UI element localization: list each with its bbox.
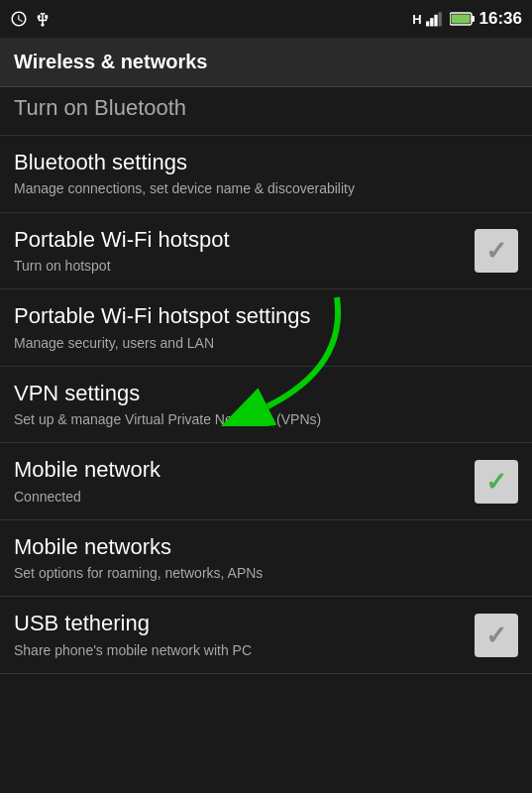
setting-subtitle-usb-tethering: Share phone's mobile network with PC [14,641,465,659]
setting-item-mobile-networks[interactable]: Mobile networksSet options for roaming, … [0,520,532,598]
setting-title-mobile-network: Mobile network [14,457,465,483]
page-title: Wireless & networks [14,51,207,73]
setting-subtitle-mobile-network: Connected [14,488,465,506]
title-bar: Wireless & networks [0,38,532,87]
alarm-icon [10,10,28,28]
clock: 16:36 [479,9,522,29]
setting-subtitle-portable-wifi-hotspot: Turn on hotspot [14,257,465,275]
h-indicator: H [412,12,421,27]
setting-subtitle-bluetooth-settings: Manage connections, set device name & di… [14,179,518,197]
setting-title-mobile-networks: Mobile networks [14,534,518,560]
setting-item-mobile-network[interactable]: Mobile networkConnected✓ [0,443,532,520]
setting-item-bluetooth-settings[interactable]: Bluetooth settingsManage connections, se… [0,136,532,213]
usb-icon [34,10,52,28]
setting-item-usb-tethering[interactable]: USB tetheringShare phone's mobile networ… [0,597,532,674]
setting-subtitle-mobile-networks: Set options for roaming, networks, APNs [14,564,518,582]
checkbox-mobile-network[interactable]: ✓ [475,460,518,504]
setting-title-vpn-settings: VPN settings [14,381,518,406]
svg-rect-2 [434,15,437,27]
setting-title-portable-wifi-hotspot-settings: Portable Wi-Fi hotspot settings [14,303,518,329]
status-right-icons: H 16:36 [412,9,522,29]
svg-rect-3 [438,12,441,26]
setting-item-vpn-settings[interactable]: VPN settingsSet up & manage Virtual Priv… [0,367,532,444]
setting-title-portable-wifi-hotspot: Portable Wi-Fi hotspot [14,227,465,253]
setting-subtitle-portable-wifi-hotspot-settings: Manage security, users and LAN [14,334,518,352]
checkbox-usb-tethering[interactable]: ✓ [475,614,518,657]
setting-text-mobile-networks: Mobile networksSet options for roaming, … [14,534,518,583]
svg-rect-0 [426,22,429,27]
turn-on-bluetooth-label: Turn on Bluetooth [14,95,186,121]
checkmark-portable-wifi-hotspot: ✓ [485,238,507,264]
setting-text-bluetooth-settings: Bluetooth settingsManage connections, se… [14,150,518,198]
setting-title-bluetooth-settings: Bluetooth settings [14,150,518,175]
checkbox-portable-wifi-hotspot[interactable]: ✓ [475,229,518,273]
checkmark-usb-tethering: ✓ [485,623,507,648]
settings-list: Bluetooth settingsManage connections, se… [0,136,532,674]
setting-text-portable-wifi-hotspot-settings: Portable Wi-Fi hotspot settingsManage se… [14,303,518,352]
setting-text-vpn-settings: VPN settingsSet up & manage Virtual Priv… [14,381,518,429]
setting-item-portable-wifi-hotspot-settings[interactable]: Portable Wi-Fi hotspot settingsManage se… [0,289,532,367]
status-left-icons [10,10,52,28]
svg-rect-5 [472,16,475,22]
setting-item-portable-wifi-hotspot[interactable]: Portable Wi-Fi hotspotTurn on hotspot✓ [0,213,532,290]
setting-text-usb-tethering: USB tetheringShare phone's mobile networ… [14,611,465,659]
turn-on-bluetooth-item[interactable]: Turn on Bluetooth [0,87,532,136]
svg-rect-1 [430,18,433,26]
setting-text-portable-wifi-hotspot: Portable Wi-Fi hotspotTurn on hotspot [14,227,465,276]
checkmark-mobile-network: ✓ [485,469,507,495]
setting-text-mobile-network: Mobile networkConnected [14,457,465,506]
signal-bars-icon [426,10,446,28]
setting-title-usb-tethering: USB tethering [14,611,465,636]
svg-rect-6 [451,15,470,24]
battery-icon [450,11,476,27]
status-bar: H 16:36 [0,0,532,38]
setting-subtitle-vpn-settings: Set up & manage Virtual Private Networks… [14,410,518,428]
